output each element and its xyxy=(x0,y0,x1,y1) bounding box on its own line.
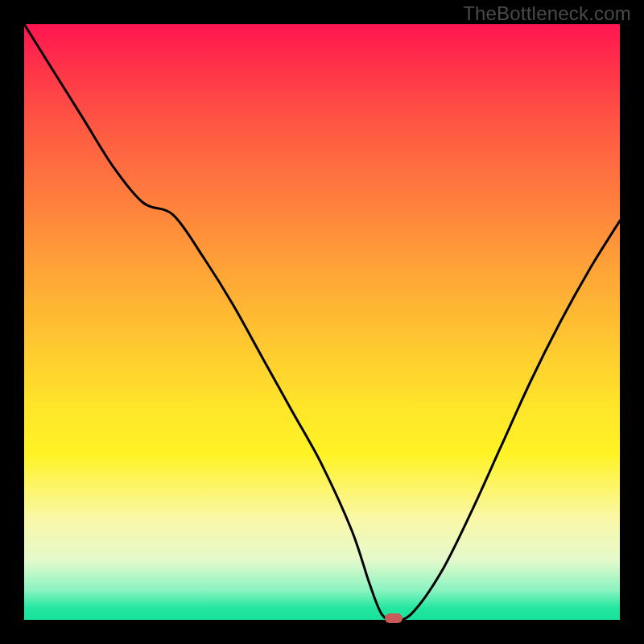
chart-frame: TheBottleneck.com xyxy=(0,0,644,644)
watermark-text: TheBottleneck.com xyxy=(463,2,631,25)
bottleneck-curve xyxy=(24,24,620,620)
bottleneck-curve-svg xyxy=(24,24,620,620)
optimum-marker xyxy=(385,613,402,623)
plot-area xyxy=(24,24,620,620)
